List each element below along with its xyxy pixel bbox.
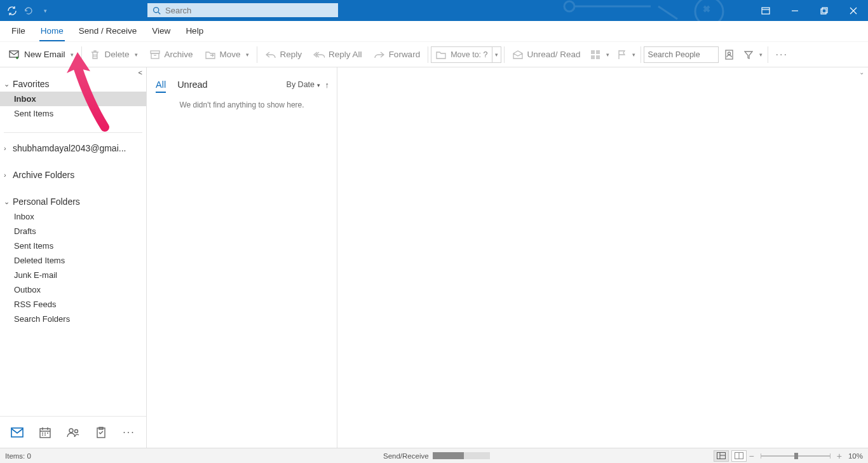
archive-folders-header[interactable]: › Archive Folders — [0, 167, 146, 183]
svg-rect-10 — [596, 50, 600, 54]
folder-rss[interactable]: RSS Feeds — [0, 297, 146, 312]
ribbon: New Email ▾ Delete ▾ Archive Move ▾ Repl… — [0, 42, 868, 67]
move-to-group[interactable]: Move to: ? ▾ — [431, 46, 501, 63]
zoom-in-button[interactable]: + — [837, 451, 842, 461]
qat-dropdown-icon[interactable]: ▾ — [39, 5, 51, 17]
sort-direction-icon[interactable]: ↑ — [325, 80, 330, 90]
forward-button[interactable]: Forward — [369, 45, 426, 64]
folder-deleted-items[interactable]: Deleted Items — [0, 253, 146, 268]
collapse-pane-icon[interactable]: < — [139, 69, 142, 76]
separator — [768, 46, 768, 63]
search-box[interactable] — [147, 3, 338, 17]
search-input[interactable] — [165, 3, 338, 17]
zoom-level[interactable]: 10% — [848, 452, 863, 460]
chevron-down-icon: ⌄ — [4, 80, 11, 88]
folder-inbox[interactable]: Inbox — [0, 209, 146, 224]
status-bar: Items: 0 Send/Receive − + 10% — [0, 448, 868, 463]
sort-button[interactable]: By Date ▾ — [287, 80, 320, 89]
folder-move-icon — [435, 49, 447, 60]
undo-icon[interactable] — [23, 5, 34, 17]
maximize-button[interactable] — [810, 0, 839, 21]
chevron-down-icon[interactable]: ▾ — [492, 46, 501, 63]
tab-help[interactable]: Help — [178, 20, 211, 41]
folder-sent-items[interactable]: Sent Items — [0, 238, 146, 253]
favorites-header[interactable]: ⌄ Favorites — [0, 76, 146, 92]
folder-pane: < ⌄ Favorites Inbox Sent Items › shubham… — [0, 67, 147, 448]
svg-rect-9 — [591, 50, 595, 54]
svg-rect-6 — [10, 51, 18, 57]
nav-switcher: ··· — [0, 416, 146, 448]
tab-send-receive[interactable]: Send / Receive — [71, 20, 145, 41]
svg-rect-3 — [762, 8, 770, 14]
folder-sent-items[interactable]: Sent Items — [0, 106, 146, 121]
filter-all-tab[interactable]: All — [156, 79, 166, 90]
sync-icon[interactable] — [6, 5, 18, 17]
personal-folders-header[interactable]: ⌄ Personal Folders — [0, 194, 146, 209]
chevron-down-icon[interactable]: ▾ — [246, 52, 249, 58]
chevron-down-icon: ⌄ — [4, 198, 11, 206]
chevron-down-icon[interactable]: ▾ — [71, 52, 74, 58]
account-header[interactable]: › shubhamdayal2043@gmai... — [0, 141, 146, 156]
move-button[interactable]: Move ▾ — [200, 45, 254, 64]
folder-search[interactable]: Search Folders — [0, 312, 146, 326]
ribbon-collapse-icon[interactable]: ⌄ — [859, 69, 864, 76]
delete-button[interactable]: Delete ▾ — [85, 45, 143, 64]
tasks-icon[interactable] — [94, 425, 108, 439]
tab-view[interactable]: View — [144, 20, 178, 41]
svg-point-0 — [153, 7, 158, 12]
svg-rect-4 — [821, 9, 826, 14]
svg-point-17 — [69, 429, 73, 432]
send-receive-label: Send/Receive — [383, 452, 429, 460]
svg-point-14 — [728, 52, 731, 55]
empty-message: We didn't find anything to show here. — [147, 94, 337, 109]
folder-inbox[interactable]: Inbox — [0, 92, 146, 106]
view-reading-icon[interactable] — [731, 450, 747, 462]
address-book-button[interactable] — [720, 45, 739, 64]
chevron-down-icon[interactable]: ▾ — [606, 52, 609, 58]
separator — [504, 46, 505, 63]
search-people-input[interactable] — [644, 46, 719, 63]
unread-read-button[interactable]: Unread/ Read — [507, 45, 586, 64]
title-bar: ▾ — [0, 0, 868, 21]
more-options-button[interactable]: ··· — [771, 45, 793, 64]
categorize-button[interactable]: ▾ — [587, 45, 612, 64]
tab-home[interactable]: Home — [33, 20, 71, 41]
svg-rect-5 — [822, 8, 827, 13]
folder-junk[interactable]: Junk E-mail — [0, 268, 146, 282]
follow-up-button[interactable]: ▾ — [613, 45, 638, 64]
chevron-down-icon[interactable]: ▾ — [759, 52, 763, 58]
view-normal-icon[interactable] — [714, 450, 729, 462]
mail-icon[interactable] — [10, 425, 24, 439]
archive-button[interactable]: Archive — [144, 45, 198, 64]
filter-icon — [743, 49, 754, 60]
filter-button[interactable]: ▾ — [740, 45, 765, 64]
search-icon — [147, 6, 165, 15]
more-icon[interactable]: ··· — [122, 425, 136, 439]
chevron-down-icon[interactable]: ▾ — [135, 52, 138, 58]
zoom-out-button[interactable]: − — [749, 451, 754, 461]
folder-drafts[interactable]: Drafts — [0, 224, 146, 238]
chevron-down-icon[interactable]: ▾ — [632, 52, 635, 58]
separator — [257, 46, 257, 63]
new-email-button[interactable]: New Email ▾ — [4, 45, 79, 64]
trash-icon — [90, 49, 101, 60]
calendar-icon[interactable] — [38, 425, 52, 439]
zoom-slider[interactable] — [761, 455, 831, 457]
people-icon[interactable] — [66, 425, 80, 439]
ribbon-display-icon[interactable] — [751, 0, 780, 21]
tab-file[interactable]: File — [4, 20, 33, 41]
filter-unread-tab[interactable]: Unread — [177, 79, 208, 90]
reply-button[interactable]: Reply — [260, 45, 308, 64]
forward-icon — [374, 49, 385, 60]
svg-rect-12 — [596, 55, 600, 59]
categories-icon — [590, 49, 601, 60]
reply-all-button[interactable]: Reply All — [308, 45, 367, 64]
minimize-button[interactable] — [780, 0, 810, 21]
separator — [641, 46, 641, 63]
close-button[interactable] — [839, 0, 868, 21]
move-icon — [205, 49, 216, 60]
message-list-pane: All Unread By Date ▾ ↑ We didn't find an… — [147, 67, 337, 448]
reading-pane — [337, 67, 868, 448]
folder-outbox[interactable]: Outbox — [0, 282, 146, 297]
svg-point-1 — [564, 1, 574, 11]
